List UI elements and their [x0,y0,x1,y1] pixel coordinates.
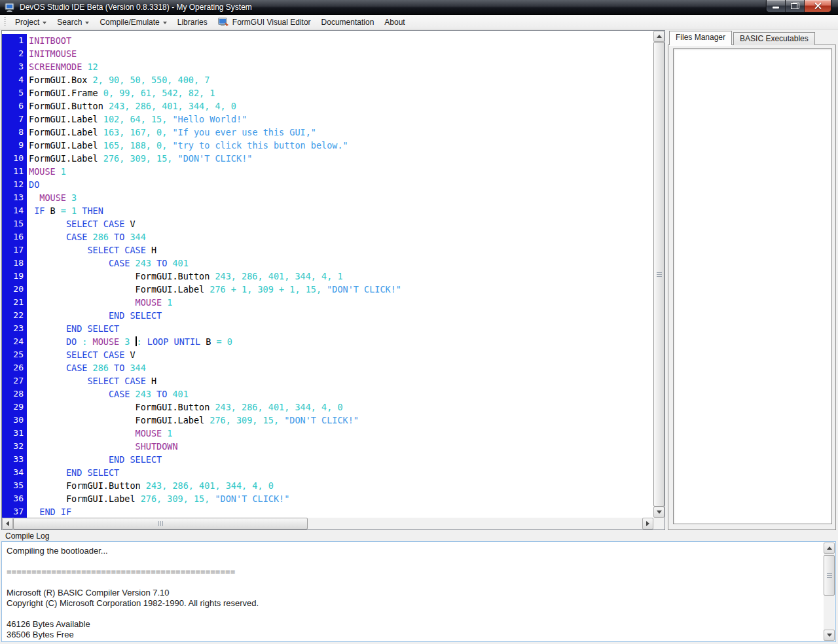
code-line[interactable]: 7FormGUI.Label 102, 64, 15, "Hello World… [2,113,653,126]
chevron-down-icon [85,22,89,24]
code-text: IF B = 1 THEN [27,204,103,217]
code-line[interactable]: 19 FormGUI.Button 243, 286, 401, 344, 4,… [2,270,653,283]
code-line[interactable]: 12DO [2,178,653,191]
code-line[interactable]: 25 SELECT CASE V [2,348,653,361]
code-line[interactable]: 1INITBOOT [2,34,653,47]
code-line[interactable]: 6FormGUI.Button 243, 286, 401, 344, 4, 0 [2,99,653,113]
files-listbox[interactable] [673,48,832,524]
close-button[interactable] [804,0,831,12]
menu-item-label: Libraries [177,18,208,27]
code-line[interactable]: 3SCREENMODE 12 [2,60,653,73]
title-bar[interactable]: DevOS Studio IDE Beta (Version 0.8.3318)… [0,0,838,15]
code-line[interactable]: 5FormGUI.Frame 0, 99, 61, 542, 82, 1 [2,86,653,99]
scroll-down-button[interactable] [824,630,835,641]
line-number: 25 [2,348,27,361]
line-number: 2 [2,47,27,60]
menu-item-libraries[interactable]: Libraries [172,15,213,29]
menu-item-compile-emulate[interactable]: Compile/Emulate [94,15,172,29]
devos-studio-window: { "window": { "title": "DevOS Studio IDE… [0,0,838,644]
code-area[interactable]: 1INITBOOT2INITMOUSE3SCREENMODE 124FormGU… [2,31,653,518]
code-line[interactable]: 9FormGUI.Label 165, 188, 0, "try to clic… [2,139,653,152]
scroll-up-button[interactable] [653,31,665,42]
maximize-button[interactable] [786,0,804,12]
code-line[interactable]: 13 MOUSE 3 [2,191,653,204]
code-line[interactable]: 35 FormGUI.Button 243, 286, 401, 344, 4,… [2,479,653,492]
line-number: 1 [2,34,27,47]
code-line[interactable]: 31 MOUSE 1 [2,427,653,440]
arrow-left-icon [6,521,9,526]
code-line[interactable]: 26 CASE 286 TO 344 [2,361,653,374]
code-line[interactable]: 27 SELECT CASE H [2,374,653,387]
menu-item-label: Documentation [321,18,374,27]
code-line[interactable]: 8FormGUI.Label 163, 167, 0, "If you ever… [2,126,653,139]
code-line[interactable]: 16 CASE 286 TO 344 [2,230,653,243]
scroll-left-button[interactable] [2,518,13,529]
code-line[interactable]: 20 FormGUI.Label 276 + 1, 309 + 1, 15, "… [2,283,653,296]
line-number: 11 [2,165,27,178]
line-number: 21 [2,296,27,309]
toolbar-grip[interactable] [4,17,6,27]
menu-item-label: About [384,18,405,27]
code-line[interactable]: 2INITMOUSE [2,47,653,60]
code-text: MOUSE 1 [27,165,66,178]
code-line[interactable]: 29 FormGUI.Button 243, 286, 401, 344, 4,… [2,401,653,414]
code-text: END SELECT [27,453,162,466]
scroll-up-button[interactable] [824,543,835,554]
code-line[interactable]: 24 DO : MOUSE 3 : LOOP UNTIL B = 0 [2,335,653,348]
menu-item-documentation[interactable]: Documentation [316,15,380,29]
menu-item-label: Search [57,18,82,27]
scroll-right-button[interactable] [642,518,653,529]
window-controls [766,0,831,12]
compile-log-box[interactable]: Compiling the bootloader... ============… [1,541,836,642]
code-text: FormGUI.Button 243, 286, 401, 344, 4, 0 [27,479,274,492]
code-line[interactable]: 14 IF B = 1 THEN [2,204,653,217]
code-line[interactable]: 36 FormGUI.Label 276, 309, 15, "DON'T CL… [2,492,653,505]
editor-vertical-scrollbar[interactable] [653,31,665,518]
maximize-icon [791,3,799,9]
code-line[interactable]: 33 END SELECT [2,453,653,466]
code-line[interactable]: 32 SHUTDOWN [2,440,653,453]
code-line[interactable]: 21 MOUSE 1 [2,296,653,309]
code-text: SELECT CASE V [27,348,136,361]
line-number: 28 [2,387,27,401]
horizontal-scroll-thumb[interactable] [13,518,308,529]
code-editor: 1INITBOOT2INITMOUSE3SCREENMODE 124FormGU… [1,30,665,530]
code-line[interactable]: 18 CASE 243 TO 401 [2,257,653,270]
menu-item-project[interactable]: Project [10,15,52,29]
code-line[interactable]: 4FormGUI.Box 2, 90, 50, 550, 400, 7 [2,73,653,86]
menu-item-search[interactable]: Search [52,15,94,29]
code-line[interactable]: 30 FormGUI.Label 276, 309, 15, "DON'T CL… [2,414,653,427]
code-text: SELECT CASE V [27,217,136,230]
files-manager-panel [668,45,836,530]
scroll-down-button[interactable] [653,507,665,518]
code-text: CASE 243 TO 401 [27,257,189,270]
code-line[interactable]: 17 SELECT CASE H [2,243,653,257]
tab-files-manager[interactable]: Files Manager [669,31,732,45]
vertical-scroll-thumb[interactable] [653,42,665,507]
vertical-scroll-thumb[interactable] [824,555,835,596]
code-text: DO [27,178,39,191]
scrollbar-corner [653,518,665,529]
menu-item-about[interactable]: About [379,15,410,29]
line-number: 34 [2,466,27,479]
code-text: INITMOUSE [27,47,77,60]
code-line[interactable]: 34 END SELECT [2,466,653,479]
code-line[interactable]: 15 SELECT CASE V [2,217,653,230]
code-line[interactable]: 23 END SELECT [2,322,653,335]
code-text: SHUTDOWN [27,440,178,453]
code-line[interactable]: 37 END IF [2,505,653,518]
log-vertical-scrollbar[interactable] [824,543,835,641]
minimize-button[interactable] [766,0,786,12]
thumb-grip [657,272,662,273]
code-text: FormGUI.Label 276, 309, 15, "DON'T CLICK… [27,152,252,165]
tab-basic-executables[interactable]: BASIC Executables [733,32,815,45]
code-line[interactable]: 10FormGUI.Label 276, 309, 15, "DON'T CLI… [2,152,653,165]
editor-horizontal-scrollbar[interactable] [2,518,653,529]
code-text: FormGUI.Frame 0, 99, 61, 542, 82, 1 [27,86,215,99]
code-line[interactable]: 28 CASE 243 TO 401 [2,387,653,401]
code-line[interactable]: 11MOUSE 1 [2,165,653,178]
code-text: DO : MOUSE 3 : LOOP UNTIL B = 0 [27,335,232,348]
code-line[interactable]: 22 END SELECT [2,309,653,322]
line-number: 18 [2,257,27,270]
menu-item-formgui-visual-editor[interactable]: FormGUI Visual Editor [213,15,316,29]
